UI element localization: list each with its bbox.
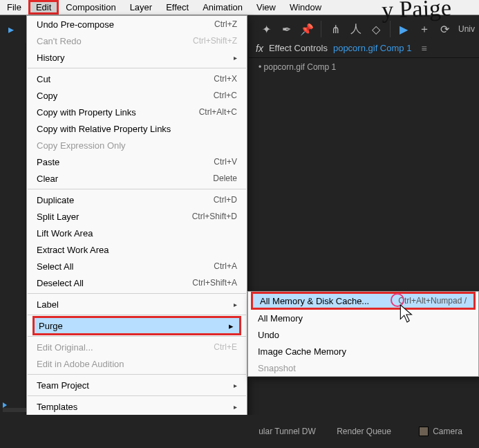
menu-item-label: Extract Work Area (37, 245, 109, 255)
menu-effect[interactable]: Effect (159, 1, 196, 14)
submenu-arrow-icon: ▸ (234, 403, 237, 411)
footer-tab-camera[interactable]: Camera (402, 427, 479, 437)
menu-item-label: Paste (37, 157, 59, 167)
menu-composition[interactable]: Composition (59, 1, 122, 14)
footer-tab-tunnel[interactable]: ular Tunnel DW (249, 427, 326, 436)
submenu-arrow-icon: ▸ (234, 54, 237, 62)
menu-item-label: Copy Expression Only (37, 140, 126, 151)
menu-item-lift-work-area[interactable]: Lift Work Area (27, 225, 247, 241)
add-icon[interactable]: ＋ (417, 21, 431, 37)
menu-shortcut: Ctrl+D (214, 195, 237, 205)
submenu-arrow-icon: ▸ (234, 301, 237, 308)
menu-item-label[interactable]: Label▸ (27, 296, 247, 312)
background-watermark-text: y Paige (381, 0, 451, 24)
submenu-arrow-icon: ▸ (229, 321, 234, 331)
menu-item-history[interactable]: History▸ (27, 49, 247, 66)
pen-tool-icon[interactable]: ✒ (280, 21, 293, 37)
menu-item-undo-pre-compose[interactable]: Undo Pre-composeCtrl+Z (27, 16, 247, 32)
tab-effect-controls[interactable]: Effect Controls (269, 43, 328, 53)
submenu-item-label: All Memory (258, 313, 303, 324)
menu-item-label: History (37, 53, 64, 63)
effect-controls-tabbar: fx Effect Controls popcorn.gif Comp 1 ≡ (249, 39, 479, 58)
menu-item-label: Copy (37, 91, 57, 101)
submenu-item-image-cache-memory[interactable]: Image Cache Memory (248, 343, 478, 360)
axis-icon[interactable]: ⋔ (328, 21, 341, 37)
puppet-icon[interactable]: 人 (349, 21, 362, 37)
left-panel-strip (0, 43, 25, 430)
menu-separator (28, 374, 246, 375)
doc-link[interactable]: popcorn.gif Comp 1 (333, 43, 411, 53)
menu-animation[interactable]: Animation (196, 1, 250, 14)
clone-tool-icon[interactable]: ✦ (259, 21, 272, 37)
menu-separator (28, 395, 246, 396)
menu-shortcut: Ctrl+A (214, 261, 237, 271)
submenu-item-all-memory-disk-cache-[interactable]: All Memory & Disk Cache...Ctrl+Alt+Numpa… (251, 292, 476, 310)
menu-shortcut: Ctrl+E (214, 342, 237, 352)
rotate-icon[interactable]: ⟳ (438, 21, 451, 37)
click-indicator-circle (391, 293, 404, 307)
submenu-item-undo[interactable]: Undo (248, 326, 478, 343)
menu-item-cut[interactable]: CutCtrl+X (27, 71, 247, 87)
menu-item-split-layer[interactable]: Split LayerCtrl+Shift+D (27, 208, 247, 225)
menu-item-label: Select All (37, 261, 73, 272)
menu-item-paste[interactable]: PasteCtrl+V (27, 153, 247, 170)
menu-shortcut: Ctrl+Alt+C (199, 107, 237, 117)
universal-label[interactable]: Univ (458, 21, 475, 37)
menu-item-edit-original-: Edit Original...Ctrl+E (27, 339, 247, 355)
menu-item-label: Templates (37, 402, 77, 412)
menu-shortcut: Ctrl+Z (214, 19, 237, 29)
menu-item-copy-with-relative-property-links[interactable]: Copy with Relative Property Links (27, 120, 247, 137)
footer-tabs: ular Tunnel DW Render Queue Camera (0, 415, 479, 448)
submenu-item-all-memory[interactable]: All Memory (248, 310, 478, 326)
menu-layer[interactable]: Layer (123, 1, 160, 14)
submenu-item-label: Undo (258, 330, 279, 340)
menu-item-templates[interactable]: Templates▸ (27, 398, 247, 415)
menu-item-label: Purge (39, 321, 63, 331)
menu-item-purge[interactable]: Purge▸ (32, 316, 241, 335)
menu-window[interactable]: Window (283, 1, 328, 14)
menu-separator (28, 68, 246, 68)
menu-shortcut: Ctrl+X (214, 74, 237, 84)
menu-separator (28, 315, 246, 315)
menu-item-label: Deselect All (37, 278, 84, 288)
menu-shortcut: Ctrl+C (214, 91, 237, 100)
null-icon[interactable]: ◇ (369, 21, 382, 37)
selection-tool-icon[interactable]: ▸ (4, 21, 17, 37)
menu-item-label: Duplicate (37, 195, 74, 205)
menu-shortcut: Delete (213, 174, 237, 183)
menu-item-copy-with-property-links[interactable]: Copy with Property LinksCtrl+Alt+C (27, 104, 247, 120)
menu-item-label: Edit Original... (37, 342, 93, 353)
purge-submenu: All Memory & Disk Cache...Ctrl+Alt+Numpa… (247, 291, 479, 377)
menu-separator (28, 336, 246, 337)
menu-item-label: Undo Pre-compose (37, 19, 114, 30)
menu-item-label: Can't Redo (37, 36, 82, 46)
footer-tab-render-queue[interactable]: Render Queue (326, 427, 402, 436)
edit-menu-dropdown: Undo Pre-composeCtrl+ZCan't RedoCtrl+Shi… (26, 15, 247, 448)
pin-tool-icon[interactable]: 📌 (300, 21, 314, 37)
menu-shortcut: Ctrl+Shift+A (192, 278, 237, 288)
breadcrumb: • popcorn.gif Comp 1 (249, 58, 479, 76)
menu-item-can-t-redo: Can't RedoCtrl+Shift+Z (27, 32, 247, 49)
menu-item-extract-work-area[interactable]: Extract Work Area (27, 241, 247, 258)
menu-item-copy[interactable]: CopyCtrl+C (27, 87, 247, 104)
submenu-item-label: Image Cache Memory (258, 346, 346, 357)
play-icon[interactable]: ▶ (397, 21, 411, 37)
menu-file[interactable]: File (0, 1, 28, 14)
menu-edit[interactable]: Edit (28, 0, 59, 15)
submenu-arrow-icon: ▸ (234, 382, 237, 389)
menu-item-team-project[interactable]: Team Project▸ (27, 377, 247, 393)
camera-color-swatch (419, 427, 429, 436)
submenu-item-label: Snapshot (258, 363, 296, 373)
menu-view[interactable]: View (250, 1, 283, 14)
submenu-item-label: All Memory & Disk Cache... (260, 296, 369, 306)
menu-item-deselect-all[interactable]: Deselect AllCtrl+Shift+A (27, 274, 247, 291)
menu-item-select-all[interactable]: Select AllCtrl+A (27, 258, 247, 274)
menu-item-clear[interactable]: ClearDelete (27, 170, 247, 187)
menu-item-label: Lift Work Area (37, 228, 93, 239)
panel-menu-icon[interactable]: ≡ (421, 43, 426, 54)
menu-separator (28, 189, 246, 189)
menu-item-edit-in-adobe-audition: Edit in Adobe Audition (27, 355, 247, 372)
timeline-scrubber[interactable] (3, 408, 26, 412)
menu-shortcut: Ctrl+V (214, 157, 237, 167)
menu-item-duplicate[interactable]: DuplicateCtrl+D (27, 192, 247, 208)
